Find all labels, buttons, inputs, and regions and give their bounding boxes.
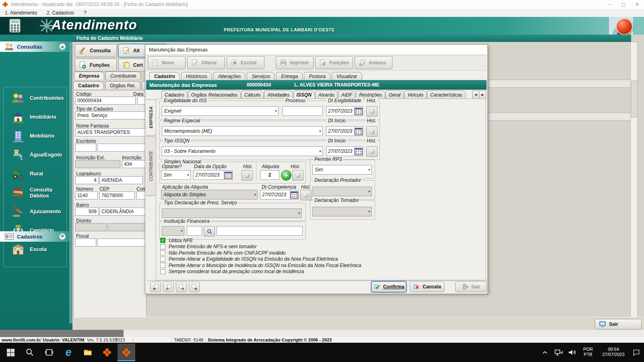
clock[interactable]: 09:5427/07/2023 <box>597 347 630 357</box>
sidebar-item-escola[interactable]: Escola <box>6 240 66 259</box>
dialog-tab-alteracoes[interactable]: Alterações <box>213 72 246 80</box>
record-first-button[interactable] <box>150 282 161 292</box>
dialog-tab-visualizar[interactable]: Visualizar <box>332 72 362 80</box>
issqn-tab-calculo[interactable]: Cálculo <box>241 90 264 99</box>
fiscal-field[interactable] <box>97 239 145 247</box>
mdi-scrollbar-thumb[interactable] <box>631 80 638 117</box>
permite-rps-dropdown[interactable]: Sim▾ <box>312 165 372 175</box>
consulta-button[interactable]: Consulta <box>75 44 117 57</box>
inst-financeira-tipo-dropdown[interactable]: ▾ <box>162 226 184 236</box>
menu-item-2-cadastros[interactable]: 2. Cadastros <box>42 9 79 17</box>
numero-field[interactable]: 1140 <box>75 191 98 200</box>
exigibilidade-dropdown[interactable]: Exigível▾ <box>162 106 279 116</box>
data-field[interactable] <box>137 97 145 105</box>
exit-red-icon[interactable] <box>616 18 633 35</box>
explorer-button[interactable] <box>79 343 97 361</box>
regime-dt-inicio-field[interactable]: 27/07/2023 <box>326 126 363 136</box>
subtab-orgaos-rel[interactable]: Orgãos Rel. <box>105 81 140 89</box>
tab-scroll-right-icon[interactable]: ▶ <box>479 90 486 99</box>
dt-exigibilidade-field[interactable]: 27/07/2023 <box>326 106 363 116</box>
sidebar-item-rural[interactable]: Rural <box>6 164 66 183</box>
logradouro-cod-field[interactable]: 4 <box>75 176 99 184</box>
issqn-tab-orgaos-relacionados[interactable]: Orgãos Relacionados <box>188 90 241 99</box>
checkbox-permite-emissao-de-nfs-e-sem-tomador[interactable] <box>160 244 165 249</box>
sidebar-header-consultas[interactable]: Consultas <box>0 41 69 52</box>
tab-contribuinte[interactable]: Contribuinte <box>105 72 141 80</box>
bairro-cod-field[interactable]: 509 <box>75 208 99 216</box>
processo-field[interactable] <box>283 106 323 116</box>
imprimir-toolbar-button[interactable]: Imprimir <box>276 56 314 69</box>
sidebar-item-mobiliario[interactable]: Mobiliário <box>6 126 66 145</box>
escritorio-field[interactable] <box>97 144 145 152</box>
tipo-cadastro-field[interactable]: Prest. Serviço <box>75 111 145 119</box>
side-tab-empresa[interactable]: EMPRESA <box>146 99 156 136</box>
simples-history-button[interactable] <box>242 170 253 181</box>
optante-dropdown[interactable]: Sim▾ <box>161 170 191 180</box>
volume-button[interactable] <box>566 343 578 361</box>
regime-history-button[interactable] <box>366 126 378 137</box>
side-tab-contribuinte[interactable]: CONTRIBUINTE <box>146 136 156 196</box>
aliquota-field[interactable]: 2 <box>260 170 279 180</box>
aliquota-history-button[interactable] <box>292 170 303 181</box>
inscricao-field[interactable]: 434 <box>122 160 145 168</box>
subtab-cadastro[interactable]: Cadastro <box>73 81 104 89</box>
record-next-button[interactable] <box>176 282 187 292</box>
checkbox-nao-permite-emissao-de-nfe-com-cnpj-cpf-invalido[interactable] <box>160 250 165 255</box>
issqn-tab-atividades[interactable]: Atividades <box>264 90 293 99</box>
logradouro-field[interactable]: AVENIDA <box>99 176 143 184</box>
funcoes-toolbar-button[interactable]: Funções <box>315 56 353 69</box>
distrito-field[interactable] <box>107 223 145 231</box>
cancela-button[interactable]: Cancela <box>410 282 444 292</box>
exigibilidade-history-button[interactable] <box>366 106 378 117</box>
tipo-history-button[interactable] <box>366 146 378 157</box>
fiscal-cod-field[interactable] <box>75 239 96 247</box>
issqn-tab-aidf[interactable]: AIDF <box>338 90 355 99</box>
tab-scroll-left-icon[interactable]: ◀ <box>472 90 479 99</box>
chevron-down-icon[interactable] <box>59 233 66 240</box>
issqn-tab-veiculo[interactable]: Veículo <box>404 90 427 99</box>
dialog-tab-historicos[interactable]: Históricos <box>181 72 212 80</box>
sidebar-item-agua-esgoto[interactable]: Água/Esgoto <box>6 145 66 164</box>
maximize-icon[interactable]: ▢ <box>617 0 630 9</box>
decl-tomador-dropdown[interactable]: ▾ <box>312 207 372 216</box>
issqn-tab-cadastro[interactable]: Cadastro <box>161 90 188 99</box>
calendar-icon[interactable] <box>354 127 363 136</box>
sidebar-header-cadastros[interactable]: Cadastros <box>0 231 69 242</box>
nome-fantasia-field[interactable]: ALVES TRANSPORTES <box>75 128 145 136</box>
menu-item-[interactable]: ? <box>79 9 91 17</box>
chevron-up-icon[interactable] <box>59 43 66 50</box>
issqn-tab-restricoes[interactable]: Restrições <box>356 90 385 99</box>
excluir-toolbar-button[interactable]: Excluir <box>227 56 264 69</box>
funcoes-button[interactable]: Funções <box>75 59 117 72</box>
escritorio-cod-field[interactable] <box>75 144 96 152</box>
notification-center-button[interactable] <box>630 343 642 361</box>
app-window-button[interactable] <box>98 343 116 361</box>
close-icon[interactable]: ✕ <box>630 0 644 9</box>
tray-expand-button[interactable] <box>539 343 551 361</box>
edge-button[interactable]: e <box>60 343 77 361</box>
dt-competencia-field[interactable]: 27/07/2023 <box>260 190 299 200</box>
taskbar-search-button[interactable] <box>21 343 39 361</box>
menu-item-1-atendimento[interactable]: 1. Atendimento <box>0 9 42 17</box>
minimize-icon[interactable]: – <box>603 0 617 9</box>
anexos-toolbar-button[interactable]: Anexos <box>355 56 392 69</box>
calendar-icon[interactable] <box>224 171 232 179</box>
checkbox-utiliza-nfe[interactable]: ✓ <box>160 238 165 243</box>
plus-icon[interactable]: + <box>281 170 291 181</box>
issqn-tab-issqn[interactable]: ISSQN <box>293 90 315 99</box>
tab-empresa[interactable]: Empresa <box>74 72 104 80</box>
codigo-field[interactable]: 000000434 <box>75 97 136 105</box>
inscricao-est-field[interactable] <box>75 160 120 168</box>
alterar-toolbar-button[interactable]: Alterar <box>187 56 225 69</box>
novo-toolbar-button[interactable]: Novo <box>148 56 186 69</box>
calendar-icon[interactable] <box>290 190 298 199</box>
sidebar-scrollbar[interactable] <box>69 42 72 323</box>
complemento-field[interactable] <box>136 191 145 200</box>
cep-field[interactable]: 78278000 <box>99 191 135 200</box>
dialog-tab-cadastro[interactable]: Cadastro <box>149 72 180 80</box>
language-indicator[interactable]: PORPTB <box>580 347 596 357</box>
sidebar-item-consulta-debitos[interactable]: Consulta Débitos <box>6 183 66 202</box>
issqn-tab-caracteristicas[interactable]: Características <box>427 90 466 99</box>
inst-financeira-cod-field[interactable] <box>187 226 202 236</box>
dialog-tab-postura[interactable]: Postura <box>304 72 330 80</box>
